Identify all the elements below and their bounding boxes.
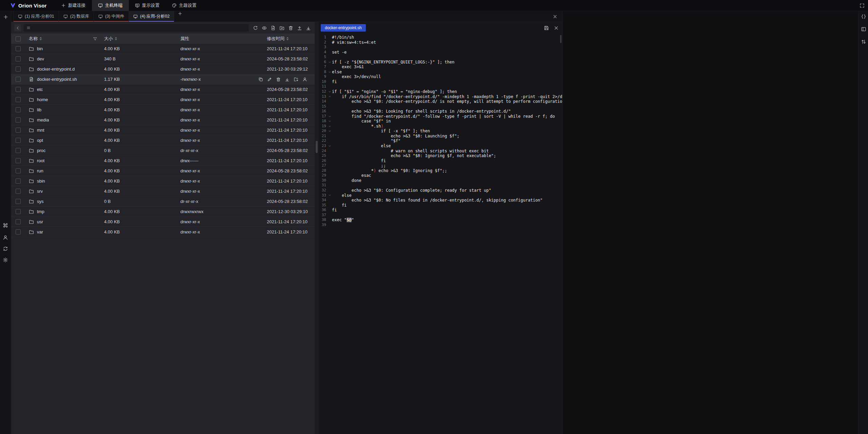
transfer-icon[interactable] [861,39,866,44]
fold-toggle[interactable] [327,114,332,119]
file-name[interactable]: tmp [29,209,44,214]
fold-toggle[interactable] [327,144,332,149]
nav-item-theme-settings[interactable]: 主题设置 [166,0,203,11]
table-row[interactable]: mnt4.00 KBdrwxr-xr-x2021-11-24 17:20:10 [11,125,315,135]
new-terminal-tab-button[interactable] [174,11,186,16]
refresh-icon[interactable] [253,25,258,31]
sort-asc-icon[interactable] [40,37,42,38]
layout-icon[interactable] [861,26,866,32]
row-checkbox[interactable] [16,77,21,82]
snippet-icon[interactable] [861,14,866,19]
sort-asc-icon[interactable] [115,37,117,38]
table-row[interactable]: proc0 Bdr-xr-xr-x2024-05-28 23:58:02 [11,146,315,156]
file-name[interactable]: docker-entrypoint.sh [29,77,77,82]
table-row[interactable]: srv4.00 KBdrwxr-xr-x2021-11-24 17:20:10 [11,186,315,196]
table-row[interactable]: usr4.00 KBdrwxr-xr-x2021-11-24 17:20:10 [11,217,315,227]
fold-toggle[interactable] [327,119,332,124]
terminal-screen[interactable] [562,11,859,434]
file-name[interactable]: home [29,97,48,102]
fold-toggle[interactable] [327,60,332,65]
show-hidden-icon[interactable] [262,25,267,31]
sort-control[interactable] [115,37,117,40]
table-row[interactable]: tmp4.00 KBdrwxrwxrwx2021-12-30 03:29:10 [11,207,315,217]
table-row[interactable]: sys0 Bdr-xr-xr-x2024-05-28 23:58:02 [11,196,315,207]
sort-asc-icon[interactable] [287,37,289,38]
gear-icon[interactable] [3,257,8,263]
fold-toggle[interactable] [327,70,332,75]
close-panel-button[interactable] [553,14,557,19]
user-icon[interactable] [3,235,8,240]
terminal-tab-4[interactable]: (4) 应用-分析02 [129,11,174,22]
row-checkbox[interactable] [16,189,21,194]
fold-toggle[interactable] [327,124,332,129]
fold-icon[interactable] [328,130,331,133]
table-row[interactable]: run4.00 KBdrwxr-xr-x2024-05-28 23:58:02 [11,166,315,176]
fold-icon[interactable] [328,71,331,74]
table-row[interactable]: etc4.00 KBdrwxr-xr-x2024-05-28 23:58:02 [11,84,315,95]
move-icon[interactable] [294,77,298,82]
save-icon[interactable] [544,25,549,31]
splitter-handle[interactable] [316,141,318,153]
fullscreen-icon[interactable] [860,3,865,8]
upload-icon[interactable] [297,25,302,31]
fold-icon[interactable] [328,120,331,123]
column-header-size[interactable]: 大小 [103,36,179,42]
table-row[interactable]: dev340 Bdrwxr-xr-x2024-05-28 23:58:02 [11,54,315,64]
close-icon[interactable] [554,25,559,31]
file-name[interactable]: media [29,117,49,122]
plus-icon[interactable] [3,14,8,20]
download-icon[interactable] [306,25,311,31]
fold-icon[interactable] [328,125,331,128]
table-row[interactable]: lib4.00 KBdrwxr-xr-x2021-11-24 17:20:10 [11,105,315,115]
file-name[interactable]: lib [29,107,41,112]
panel-splitter[interactable] [315,22,319,434]
table-row[interactable]: opt4.00 KBdrwxr-xr-x2021-11-24 17:20:10 [11,135,315,146]
row-checkbox[interactable] [16,107,21,112]
row-checkbox[interactable] [16,97,21,102]
back-button[interactable] [14,24,21,31]
row-checkbox[interactable] [16,128,21,133]
row-checkbox[interactable] [16,117,21,122]
file-name[interactable]: sbin [29,178,45,184]
fold-icon[interactable] [328,95,331,98]
file-name[interactable]: dev [29,56,44,61]
row-checkbox[interactable] [16,229,21,234]
table-row[interactable]: docker-entrypoint.d4.00 KBdrwxr-xr-x2021… [11,64,315,74]
row-checkbox[interactable] [16,67,21,72]
nav-item-display-settings[interactable]: 显示设置 [129,0,166,11]
fold-icon[interactable] [328,61,331,64]
row-checkbox[interactable] [16,87,21,92]
chown-icon[interactable] [302,77,307,82]
nav-item-host-terminal[interactable]: 主机终端 [92,0,129,11]
row-checkbox[interactable] [16,138,21,143]
row-checkbox[interactable] [16,148,21,153]
sort-control[interactable] [40,37,42,40]
file-name[interactable]: docker-entrypoint.d [29,67,75,72]
file-name[interactable]: bin [29,46,43,51]
row-checkbox[interactable] [16,219,21,224]
fold-icon[interactable] [328,90,331,93]
new-folder-icon[interactable] [279,25,284,31]
fold-toggle[interactable] [327,193,332,198]
command-icon[interactable] [3,223,8,228]
nav-item-new-connection[interactable]: 新建连接 [55,0,92,11]
fold-toggle[interactable] [327,89,332,94]
delete-icon[interactable] [276,77,281,82]
download-icon[interactable] [285,77,290,82]
sync-icon[interactable] [3,246,8,251]
new-file-icon[interactable] [271,25,276,31]
file-name[interactable]: sys [29,199,44,204]
editor-scrollbar[interactable] [560,35,561,43]
row-checkbox[interactable] [16,178,21,184]
column-header-name[interactable]: 名称 [25,36,103,42]
delete-icon[interactable] [288,25,293,31]
file-name[interactable]: var [29,229,43,234]
file-name[interactable]: opt [29,138,43,143]
fold-icon[interactable] [328,145,331,148]
sort-desc-icon[interactable] [115,39,117,40]
file-name[interactable]: proc [29,148,45,153]
terminal-tab-1[interactable]: (1) 应用-分析01 [13,11,59,22]
terminal-tab-3[interactable]: (3) 中间件 [94,11,129,22]
file-name[interactable]: usr [29,219,43,224]
row-checkbox[interactable] [16,168,21,173]
